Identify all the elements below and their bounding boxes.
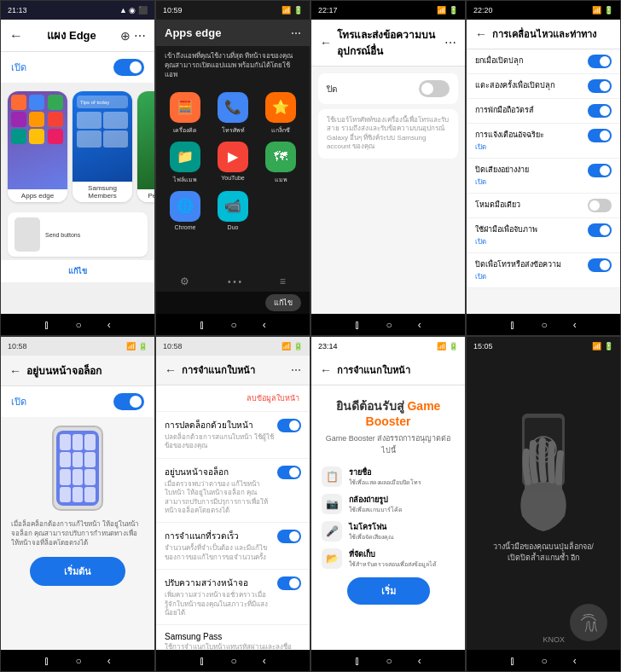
- status-icons-7: 📶 🔋: [437, 342, 458, 350]
- main-toggle-1[interactable]: [113, 59, 144, 76]
- edge-panel-label-samsung: Samsung Members: [73, 182, 132, 202]
- setting-name-4: ปิดเสียงอย่างง่าย: [475, 164, 581, 176]
- toggle-0[interactable]: [588, 55, 612, 68]
- setting-item-6: ใช้ฝ่ามือเพื่อจับภาพเปิด: [467, 218, 620, 253]
- main-toggle-5[interactable]: [113, 393, 144, 410]
- edge-panel-apps[interactable]: Apps edge: [8, 91, 67, 202]
- panel-settings: 22:20 📶 🔋 ← การเคลื่อนไหวและท่าทาง ยกเมื…: [466, 0, 621, 336]
- nav-bar-7: ⫿ ○ ‹: [311, 650, 465, 671]
- app-item-duo[interactable]: 📹 Duo: [212, 191, 253, 230]
- nav-back-2[interactable]: ‹: [263, 319, 266, 331]
- nav-menu-2[interactable]: ⫿: [200, 319, 205, 331]
- nav-bar-1: ⫿ ○ ‹: [1, 314, 154, 335]
- nav-menu-5[interactable]: ⫿: [44, 655, 49, 667]
- setting-sub-3: เปิด: [475, 142, 581, 153]
- panel-notifications: 22:17 📶 🔋 ← โทรและส่งข้อความบนอุปกรณ์อื่…: [310, 0, 466, 336]
- tab-toggle-1[interactable]: [277, 466, 301, 479]
- header-icons-1: ⊕ ⋯: [120, 29, 146, 43]
- toggle-1[interactable]: [588, 79, 612, 93]
- edge-panel-people[interactable]: People edge: [137, 91, 154, 202]
- app-item-chrome[interactable]: 🌐 Chrome: [165, 191, 206, 230]
- nav-back-6[interactable]: ‹: [263, 655, 266, 667]
- nav-back-3[interactable]: ‹: [418, 319, 421, 331]
- app-item-youtube[interactable]: ▶ YouTube: [212, 142, 253, 184]
- header-7: ← การจำแนกใบหน้า: [311, 356, 465, 385]
- nav-menu-3[interactable]: ⫿: [355, 319, 360, 331]
- edit-button-1[interactable]: แก้ไข: [68, 265, 87, 277]
- nav-menu-4[interactable]: ⫿: [510, 319, 515, 331]
- nav-back-4[interactable]: ‹: [573, 319, 577, 331]
- nav-home-6[interactable]: ○: [230, 655, 236, 667]
- back-button-3[interactable]: ←: [320, 36, 332, 49]
- more-btn-2[interactable]: ⋯: [291, 27, 301, 39]
- tab-setting-desc-2: จำนวนครั้งที่จำเป็นต้อง และมีแก้ไขของการ…: [165, 544, 277, 562]
- nav-home-5[interactable]: ○: [75, 655, 81, 667]
- gb-feature-3: 📂 ที่จัดเก็บ ใช้สำหรับตรวจสอบเพื่อส่งข้อ…: [322, 548, 455, 569]
- fingerprint-button[interactable]: [570, 604, 607, 641]
- app-item-phone[interactable]: 📞 โทรศัพท์: [212, 92, 253, 135]
- notif-toggle[interactable]: [419, 80, 450, 97]
- edit-button-2[interactable]: แก้ไข: [265, 294, 301, 311]
- nav-home-8[interactable]: ○: [541, 655, 547, 667]
- setting-name-2: การพักมือถือวัตรส์: [475, 104, 581, 116]
- app-item-maps2[interactable]: 🗺 แมพ: [260, 142, 301, 184]
- panel-edge: 21:13 ▲ ◉ ⬛ ← แผง Edge ⊕ ⋯ เปิด: [0, 0, 155, 336]
- status-bar-6: 10:58 📶 🔋: [156, 337, 310, 356]
- nav-back-8[interactable]: ‹: [573, 655, 577, 667]
- toggle-row-5: เปิด: [1, 386, 154, 417]
- setting-sub-7: เปิด: [475, 271, 581, 282]
- back-button-1[interactable]: ←: [9, 28, 23, 43]
- more-btn-6[interactable]: ⋯: [291, 364, 301, 376]
- back-button-5[interactable]: ←: [9, 364, 21, 378]
- gb-sub: Game Booster ส่งอรรถการอนุญาตต่อไปนี้: [322, 432, 455, 456]
- more-btn-3[interactable]: ⋯: [444, 36, 456, 49]
- toggle-6[interactable]: [588, 223, 612, 237]
- app-item-galaxy[interactable]: ⭐ แกล็กซี: [260, 92, 301, 135]
- back-button-6[interactable]: ←: [165, 363, 177, 377]
- start-button-7[interactable]: เริ่ม: [347, 577, 430, 605]
- nav-home-2[interactable]: ○: [230, 319, 236, 331]
- tab-toggle-2[interactable]: [277, 530, 301, 543]
- tab-toggle-0[interactable]: [277, 419, 301, 432]
- nav-home-1[interactable]: ○: [75, 319, 81, 331]
- nav-home-7[interactable]: ○: [386, 655, 392, 667]
- nav-home-3[interactable]: ○: [386, 319, 392, 331]
- nav-menu-8[interactable]: ⫿: [510, 655, 515, 667]
- setting-name-5: โหมดมือเดียว: [475, 199, 581, 211]
- tab-setting-name-4: Samsung Pass: [165, 632, 301, 641]
- tab-setting-name-2: การจำแนกที่รวดเร็ว: [165, 530, 277, 542]
- toggle-2[interactable]: [588, 104, 612, 118]
- toggle-4[interactable]: [588, 164, 612, 177]
- nav-back-5[interactable]: ‹: [107, 655, 111, 667]
- nav-home-4[interactable]: ○: [541, 319, 547, 331]
- status-icons-6: 📶 🔋: [281, 342, 303, 350]
- time-7: 23:14: [318, 342, 338, 350]
- app-item-calc[interactable]: 🧮 เครื่องคิด: [165, 92, 206, 135]
- gb-icon-2: 🎤: [322, 521, 342, 542]
- notif-desc-text: ใช้เบอร์โทรศัพท์ของเครื่องนี้เพื่อโทรและ…: [327, 116, 450, 152]
- app-label-calc: เครื่องคิด: [173, 125, 197, 135]
- back-button-4[interactable]: ←: [475, 27, 487, 41]
- header-1: ← แผง Edge ⊕ ⋯: [1, 20, 154, 52]
- nav-menu-1[interactable]: ⫿: [44, 319, 49, 331]
- setting-item-1: แตะสองครั้งเพื่อเปิดปลุก: [467, 74, 620, 99]
- back-button-7[interactable]: ←: [320, 363, 332, 377]
- start-button-5[interactable]: เริ่มต้น: [30, 557, 125, 586]
- panel-apps-edge: 10:59 📶 🔋 Apps edge ⋯ เข้าถึงแอพที่คุณใช…: [155, 0, 310, 336]
- gb-feature-name-0: รายชื่อ: [349, 466, 421, 478]
- toggle-5[interactable]: [588, 199, 612, 212]
- nav-menu-7[interactable]: ⫿: [355, 655, 360, 667]
- nav-back-7[interactable]: ‹: [418, 655, 421, 667]
- toggle-7[interactable]: [588, 258, 612, 272]
- tab-settings-list: การปลดล็อกด้วยใบหน้า ปลดล็อกด้วยการสแกนใ…: [156, 412, 310, 669]
- clear-face-btn[interactable]: ลบข้อมูลใบหน้า: [247, 392, 299, 404]
- nav-back-1[interactable]: ‹: [107, 319, 111, 331]
- setting-name-0: ยกเมื่อเปิดปลุก: [475, 55, 581, 67]
- tab-toggle-3[interactable]: [277, 576, 301, 590]
- edge-panel-samsung[interactable]: Tips of today Samsung Members: [73, 91, 132, 202]
- edge-panels-list: Apps edge Tips of today Samsung Members: [1, 84, 154, 209]
- app-item-maps[interactable]: 📁 ไฟล์แมพ: [165, 142, 206, 184]
- nav-menu-6[interactable]: ⫿: [200, 655, 205, 667]
- toggle-3[interactable]: [588, 129, 612, 142]
- setting-name-3: การแจ้งเตือนอัจฉริยะ: [475, 129, 581, 141]
